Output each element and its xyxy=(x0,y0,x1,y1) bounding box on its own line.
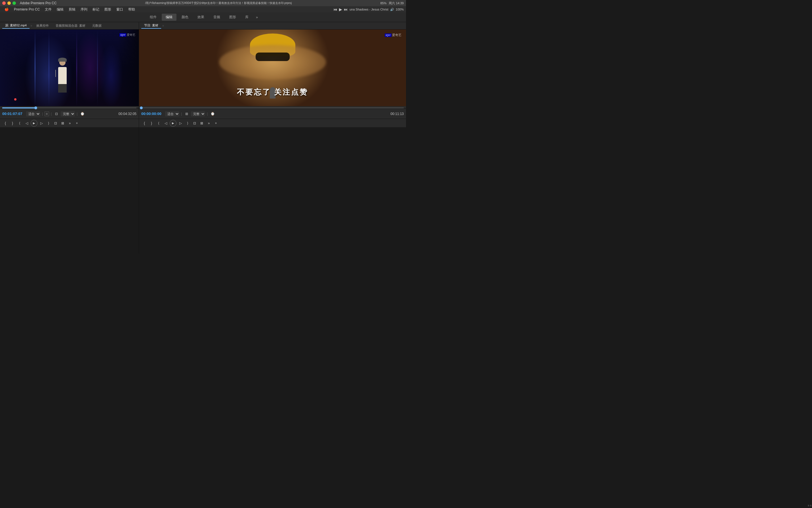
program-prev-keyframe[interactable]: ⟨ xyxy=(155,120,162,126)
tab-graphics[interactable]: 图形 xyxy=(225,14,240,21)
face-sunglasses xyxy=(256,52,290,61)
program-extract[interactable]: ⊠ xyxy=(199,120,205,126)
program-progress-bar[interactable] xyxy=(141,107,404,109)
program-more[interactable]: » xyxy=(206,120,212,126)
program-add[interactable]: + xyxy=(213,120,219,126)
fullscreen-button[interactable] xyxy=(12,1,16,5)
program-panel-tabs: 节目: 素材 ≡ xyxy=(139,22,406,30)
source-video-frame: iQIY 爱奇艺 xyxy=(0,30,139,106)
source-prev-keyframe[interactable]: ⟨ xyxy=(16,120,23,126)
program-quality-select[interactable]: 完整 xyxy=(191,111,205,117)
source-quality-select[interactable]: 完整 xyxy=(61,111,75,117)
main-area: 源: 素材02.mp4 ≡ 效果控件 音频剪辑混合器: 素材 元数据 xyxy=(0,22,406,254)
performer-body xyxy=(58,67,67,84)
traffic-lights xyxy=(2,1,16,5)
toolbar-more[interactable]: » xyxy=(254,14,260,20)
program-fit-select[interactable]: 适合 xyxy=(165,111,179,117)
tab-effects[interactable]: 效果 xyxy=(193,14,208,21)
source-monitor-controls: 00:01:07:07 适合 | ⊞ | ⊡ 完整 | ⌚ 00:04:32:0… xyxy=(0,109,139,119)
menu-mark[interactable]: 标记 xyxy=(90,6,102,12)
menu-bar-right: ⏮ ▶ ⏭ una Shadows - Jesus Christ 🔊 100% xyxy=(333,7,404,12)
program-video-frame: iQIY 爱奇艺 不要忘了 关注点赞 xyxy=(139,30,406,106)
menu-app[interactable]: Premiere Pro CC xyxy=(12,7,42,12)
program-ruler-icon[interactable]: ⌚ xyxy=(209,111,216,117)
source-play-button[interactable]: ▶ xyxy=(31,120,38,127)
tab-audio[interactable]: 音频 xyxy=(209,14,224,21)
menu-apple[interactable]: 🍎 xyxy=(2,7,11,12)
source-tab-meta[interactable]: 元数据 xyxy=(89,23,104,29)
program-scope-icon[interactable]: ⊞ xyxy=(184,111,190,117)
source-progress-fill xyxy=(2,107,36,109)
program-watermark: iQIY 爱奇艺 xyxy=(385,33,401,37)
media-next[interactable]: ⏭ xyxy=(344,7,348,12)
program-mark-in[interactable]: { xyxy=(141,120,148,126)
source-overwrite[interactable]: ⊠ xyxy=(59,120,66,126)
program-step-forward[interactable]: ▷ xyxy=(177,120,184,126)
source-progress-bar-wrap[interactable] xyxy=(0,106,139,109)
performer-head xyxy=(59,59,65,66)
performer xyxy=(51,61,74,95)
subtitle-text: 不要忘了 关注点赞 xyxy=(237,88,308,96)
source-tab-source[interactable]: 源: 素材02.mp4 xyxy=(2,23,30,29)
menu-sequence[interactable]: 序列 xyxy=(78,6,90,12)
clock: 周六 14:39 xyxy=(389,1,404,5)
source-panel-tabs: 源: 素材02.mp4 ≡ 效果控件 音频剪辑混合器: 素材 元数据 xyxy=(0,22,139,30)
program-time-current: 00:00:00:00 xyxy=(141,112,164,116)
source-tab-audio-mixer[interactable]: 音频剪辑混合器: 素材 xyxy=(53,23,88,29)
source-quality-icon[interactable]: ⊡ xyxy=(53,111,59,117)
program-lift[interactable]: ⊡ xyxy=(192,120,198,126)
light-strip-3 xyxy=(76,30,77,106)
tab-color[interactable]: 颜色 xyxy=(178,14,192,21)
source-progress-thumb[interactable] xyxy=(34,107,37,109)
light-strip-4 xyxy=(97,30,98,106)
media-control[interactable]: ⏮ xyxy=(333,7,337,12)
title-bar: Adobe Premiere Pro CC /用户/lishaoming/剪辑师… xyxy=(0,0,406,6)
source-insert[interactable]: ⊡ xyxy=(52,120,59,126)
app-name-left: Adobe Premiere Pro CC xyxy=(20,1,56,5)
source-progress-bar[interactable] xyxy=(2,107,137,109)
cap xyxy=(58,58,67,61)
source-add[interactable]: + xyxy=(74,120,80,126)
source-fit-select[interactable]: 适合 xyxy=(26,111,40,117)
tab-edit[interactable]: 编辑 xyxy=(162,14,177,21)
source-monitor-panel: 源: 素材02.mp4 ≡ 效果控件 音频剪辑混合器: 素材 元数据 xyxy=(0,22,139,254)
iqiyi-logo: iQIY xyxy=(120,33,126,37)
source-mark-in[interactable]: { xyxy=(2,120,8,126)
menu-window[interactable]: 窗口 xyxy=(114,6,126,12)
media-play[interactable]: ▶ xyxy=(339,7,342,12)
source-tab-effects[interactable]: 效果控件 xyxy=(34,23,52,29)
source-more[interactable]: » xyxy=(67,120,73,126)
minimize-button[interactable] xyxy=(7,1,11,5)
menu-help[interactable]: 帮助 xyxy=(126,6,137,12)
menu-file[interactable]: 文件 xyxy=(43,6,54,12)
program-play-button[interactable]: ▶ xyxy=(170,120,177,127)
source-step-forward[interactable]: ▷ xyxy=(38,120,45,126)
menu-clip[interactable]: 剪辑 xyxy=(66,6,78,12)
face-blur xyxy=(219,45,326,80)
source-step-back[interactable]: ◁ xyxy=(23,120,30,126)
battery-indicator: 85% xyxy=(380,1,386,5)
source-video-preview: iQIY 爱奇艺 xyxy=(0,30,139,106)
tab-library[interactable]: 库 xyxy=(241,14,252,21)
status-icons: 🔊 xyxy=(390,8,394,11)
menu-graphics[interactable]: 图形 xyxy=(102,6,113,12)
menu-edit[interactable]: 编辑 xyxy=(54,6,66,12)
close-button[interactable] xyxy=(2,1,6,5)
program-video-preview: iQIY 爱奇艺 不要忘了 关注点赞 xyxy=(139,30,406,106)
source-scope-icon[interactable]: ⊞ xyxy=(45,112,49,116)
source-time-ruler-icon[interactable]: ⌚ xyxy=(79,111,85,117)
program-progress-bar-wrap[interactable] xyxy=(139,106,406,109)
light-strip-2 xyxy=(49,30,49,106)
tab-assembly[interactable]: 组件 xyxy=(146,14,160,21)
subtitle-overlay: 不要忘了 关注点赞 xyxy=(139,87,406,97)
title-bar-right: 85% 周六 14:39 xyxy=(380,1,404,5)
menu-bar: 🍎 Premiere Pro CC 文件 编辑 剪辑 序列 标记 图形 窗口 帮… xyxy=(0,6,406,12)
program-mark-out[interactable]: } xyxy=(148,120,155,126)
program-tab[interactable]: 节目: 素材 xyxy=(141,23,161,29)
source-next-keyframe[interactable]: ⟩ xyxy=(45,120,52,126)
program-time-total: 00:11:13 xyxy=(390,112,404,116)
source-mark-out[interactable]: } xyxy=(9,120,15,126)
program-progress-thumb[interactable] xyxy=(140,107,143,109)
program-step-back[interactable]: ◁ xyxy=(162,120,169,126)
program-next-keyframe[interactable]: ⟩ xyxy=(184,120,191,126)
